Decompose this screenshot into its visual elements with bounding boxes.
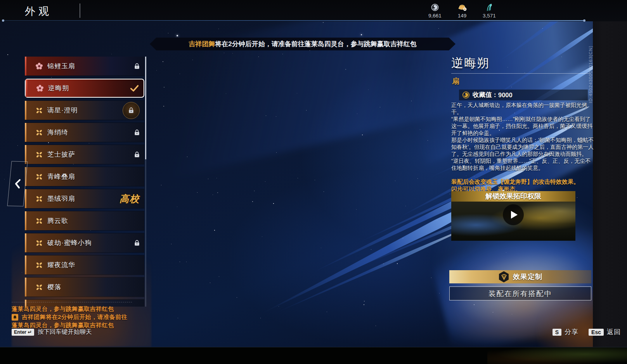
star <box>327 312 327 312</box>
back-button[interactable]: Esc 返回 <box>589 328 621 336</box>
list-item[interactable]: 耀夜流华 <box>25 255 144 274</box>
pinwheel-icon <box>35 195 43 203</box>
list-item-label: 谪星·澄明 <box>47 106 78 115</box>
star <box>420 129 420 130</box>
list-item[interactable]: 青峰叠扇 <box>25 167 144 186</box>
currency-ingot-value: 149 <box>458 13 467 19</box>
currency-ingot[interactable]: 149 <box>452 2 473 19</box>
list-item[interactable]: 锦鲤玉扇 <box>25 57 144 76</box>
effect-notes: 装配后会改变魂玉【缠龙奔野】的攻击特效效果。闪步可以切换昼、夜形态。 <box>451 178 594 193</box>
star <box>282 54 283 54</box>
star <box>439 293 440 293</box>
list-item-label: 耀夜流华 <box>47 260 75 269</box>
star <box>111 54 112 54</box>
collection-value: 9000 <box>498 91 513 99</box>
ingot-icon <box>457 2 467 12</box>
appearance-list: 锦鲤玉扇 逆晦朔 <box>25 57 144 307</box>
star <box>219 276 219 277</box>
currency-feather[interactable]: 3,571 <box>479 2 500 19</box>
star <box>376 326 376 326</box>
play-icon[interactable] <box>503 204 524 225</box>
star <box>237 297 237 298</box>
list-scrollbar[interactable] <box>145 57 146 307</box>
currency-bar: 9,661 149 3,571 <box>424 2 500 19</box>
star <box>163 106 164 107</box>
list-item[interactable]: 谪星·澄明 <box>25 101 144 120</box>
star <box>197 192 197 193</box>
list-item[interactable]: 墨绒羽扇 高校 <box>25 189 144 208</box>
list-item[interactable]: 逆晦朔 <box>25 79 144 98</box>
pinwheel-icon <box>35 283 43 291</box>
star <box>368 90 369 90</box>
spark-dot <box>177 35 178 36</box>
tier-edge-bar <box>26 79 27 97</box>
back-label: 返回 <box>607 328 621 336</box>
coin-icon <box>431 2 439 12</box>
list-item[interactable]: 芝士披萨 <box>25 145 144 164</box>
pinwheel-icon <box>35 129 43 136</box>
pinwheel-icon <box>35 173 43 181</box>
tier-edge-bar <box>25 255 26 274</box>
star <box>506 252 506 253</box>
share-button[interactable]: S 分享 <box>553 328 579 336</box>
star <box>279 306 279 307</box>
s-keycap: S <box>553 329 561 336</box>
equip-all-button[interactable]: 装配在所有搭配中 <box>449 286 591 300</box>
star <box>164 87 165 88</box>
star <box>345 69 346 70</box>
star <box>161 185 161 185</box>
chat-line-text: 吉祥团舞将在2分钟后开始，请准备前往 <box>22 314 127 321</box>
star <box>417 178 418 179</box>
list-item[interactable]: 破劫·蜜蜂小狗 <box>25 233 144 252</box>
star <box>450 194 450 194</box>
list-item[interactable]: 腾云歌 <box>25 211 144 230</box>
star <box>213 195 213 195</box>
star <box>364 304 364 305</box>
star <box>431 278 431 278</box>
grass-texture <box>487 347 627 364</box>
star <box>397 263 398 264</box>
star <box>217 178 217 178</box>
star <box>403 238 403 238</box>
list-item[interactable]: 樱落 <box>25 278 144 297</box>
chat-divider <box>12 302 132 302</box>
title-separator <box>80 3 80 18</box>
list-item-label: 墨绒羽扇 <box>47 194 75 203</box>
star <box>168 33 168 33</box>
star <box>192 60 193 60</box>
bottom-ground-strip <box>0 347 627 364</box>
lock-icon <box>134 129 140 136</box>
star <box>252 201 253 202</box>
esc-keycap: Esc <box>589 329 604 336</box>
star <box>356 209 357 210</box>
scrollbar-thumb[interactable] <box>145 57 146 159</box>
star <box>474 304 475 305</box>
pinwheel-icon <box>35 239 43 247</box>
list-item-label: 逆晦朔 <box>48 84 69 93</box>
star <box>210 283 210 283</box>
list-item-label: 锦鲤玉扇 <box>47 62 75 71</box>
currency-coin[interactable]: 9,661 <box>424 2 445 19</box>
detail-panel: 逆晦朔 扇 收藏值： 9000 正午，天人城断墙边，原本躲在角落的一簇菌子被阳光… <box>451 55 594 71</box>
tier-edge-bar <box>25 101 26 120</box>
tier-edge-bar <box>25 123 26 142</box>
star <box>357 114 357 114</box>
chevron-left-icon <box>14 179 21 189</box>
spark-dot <box>361 34 362 35</box>
star <box>226 93 226 94</box>
star <box>260 318 261 318</box>
star <box>364 301 365 302</box>
list-item-label: 破劫·蜜蜂小狗 <box>47 238 92 247</box>
bell-icon <box>12 314 18 321</box>
pinwheel-icon <box>35 107 43 114</box>
fan-icon <box>498 271 509 283</box>
star <box>265 181 265 182</box>
effect-video-thumbnail[interactable] <box>451 202 575 241</box>
footer-shortcuts: S 分享 Esc 返回 <box>553 328 621 336</box>
star <box>324 191 324 192</box>
list-item[interactable]: 海绡绮 <box>25 123 144 142</box>
effect-customize-button[interactable]: 效果定制 <box>449 270 591 283</box>
currency-coin-value: 9,661 <box>428 13 442 19</box>
pinwheel-icon <box>35 261 43 269</box>
star <box>525 72 525 73</box>
